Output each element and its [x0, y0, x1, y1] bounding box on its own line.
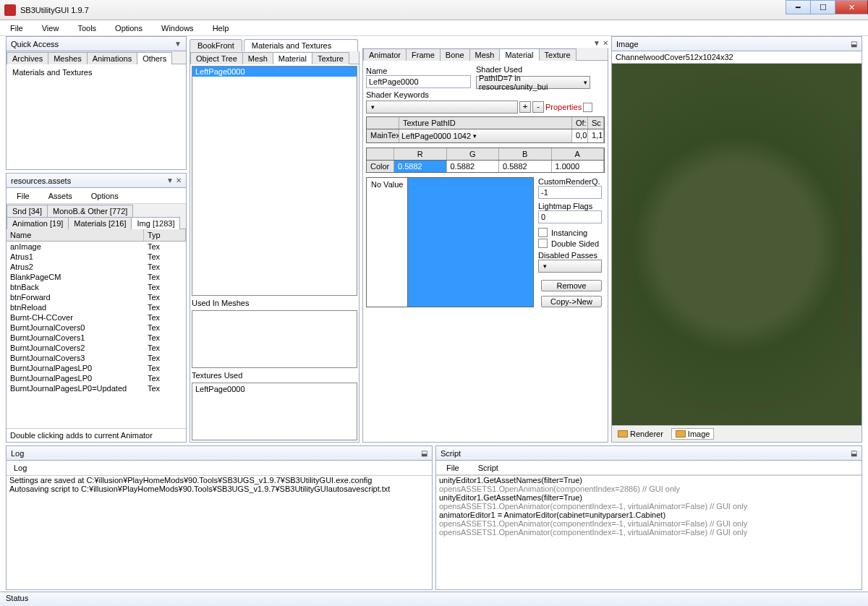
status-bar: Status — [0, 592, 868, 606]
tab-renderer[interactable]: Renderer — [614, 428, 667, 440]
minimize-button[interactable]: ━ — [786, 0, 810, 14]
properties-checkbox[interactable] — [583, 103, 592, 112]
novalue-bar[interactable] — [408, 178, 533, 307]
remove-keyword-button[interactable]: - — [532, 101, 544, 113]
quickaccess-title: Quick Access — [11, 40, 59, 48]
tab-animator[interactable]: Animator — [363, 48, 407, 61]
table-row[interactable]: Atrus1Tex — [7, 252, 186, 262]
script-line: unityEditor1.GetAssetNames(filter=True) — [436, 476, 861, 485]
menu-help[interactable]: Help — [210, 22, 232, 34]
close-icon[interactable]: ✕ — [176, 176, 182, 184]
usedin-meshes-box — [192, 310, 357, 368]
dropdown-icon[interactable]: ▼ — [593, 39, 600, 48]
tab-mat[interactable]: Materials [216] — [68, 217, 132, 229]
b-input[interactable]: 0.5882 — [499, 161, 552, 172]
res-menu-assets[interactable]: Assets — [46, 190, 75, 202]
table-row[interactable]: btnReloadTex — [7, 302, 186, 312]
script-menu-script[interactable]: Script — [475, 462, 501, 474]
table-row[interactable]: BurntJournalPagesLP0=UpdatedTex — [7, 383, 186, 393]
menu-tools[interactable]: Tools — [75, 22, 99, 34]
image-preview — [612, 64, 861, 425]
of-val[interactable]: 0,0 — [572, 129, 588, 142]
maximize-button[interactable]: ☐ — [810, 0, 835, 14]
tab-others[interactable]: Others — [137, 52, 172, 64]
close-button[interactable]: ✕ — [835, 0, 868, 14]
close-icon[interactable]: ✕ — [603, 39, 608, 48]
texused-item[interactable]: LeftPage0000 — [195, 385, 354, 393]
menu-windows[interactable]: Windows — [158, 22, 197, 34]
table-row[interactable]: BlankPageCMTex — [7, 272, 186, 282]
toptab-materials: Materials and Textures — [244, 39, 358, 51]
window-title: SB3UtilityGUI 1.9.7 — [20, 6, 786, 14]
tab-monob[interactable]: MonoB.& Other [772] — [47, 205, 133, 217]
tab-anim[interactable]: Animation [19] — [7, 217, 69, 229]
table-row[interactable]: Burnt-CH-CCoverTex — [7, 312, 186, 323]
tab-animations[interactable]: Animations — [87, 52, 137, 64]
sc-val[interactable]: 1,1 — [588, 129, 604, 142]
maintex-dropdown[interactable]: LeftPage0000 1042 — [399, 129, 571, 142]
pin-icon[interactable]: ⬓ — [421, 449, 427, 457]
add-keyword-button[interactable]: + — [519, 101, 531, 113]
log-tab[interactable]: Log — [7, 461, 432, 475]
copynew-button[interactable]: Copy->New — [541, 296, 602, 307]
lmf-input[interactable] — [538, 210, 602, 223]
table-row[interactable]: btnForwardTex — [7, 292, 186, 302]
name-input[interactable] — [366, 75, 471, 88]
tab-texture2[interactable]: Texture — [312, 52, 349, 64]
toptab-bookfront[interactable]: BookFront — [190, 39, 242, 51]
remove-button[interactable]: Remove — [541, 280, 602, 291]
tab-mesh3[interactable]: Mesh — [469, 48, 501, 61]
tab-texture3[interactable]: Texture — [539, 48, 576, 61]
menu-file[interactable]: File — [7, 22, 26, 34]
tab-objecttree[interactable]: Object Tree — [190, 52, 243, 64]
col-name[interactable]: Name — [7, 229, 144, 241]
dropdown-icon[interactable]: ▼ — [174, 40, 182, 48]
tab-archives[interactable]: Archives — [7, 52, 48, 64]
table-row[interactable]: anImageTex — [7, 242, 186, 252]
lmf-label: Lightmap Flags — [538, 202, 605, 210]
tab-material3[interactable]: Material — [499, 48, 539, 61]
script-panel-title: Script — [441, 449, 461, 458]
log-line: Settings are saved at C:¥illusion¥PlayHo… — [7, 476, 432, 485]
material-list-item[interactable]: LeftPage0000 — [192, 67, 357, 77]
tab-img[interactable]: Img [1283] — [131, 217, 180, 229]
script-line: opensASSETS1.OpenAnimator(componentIndex… — [436, 519, 861, 528]
table-row[interactable]: BurntJournalCovers1Tex — [7, 333, 186, 343]
tab-meshes[interactable]: Meshes — [48, 52, 88, 64]
r-input[interactable]: 0.5882 — [394, 161, 447, 172]
instancing-checkbox[interactable] — [538, 228, 548, 237]
a-input[interactable]: 1.0000 — [552, 161, 605, 172]
tab-mesh2[interactable]: Mesh — [242, 52, 273, 64]
shader-dropdown[interactable]: PathID=7 in resources/unity_bui — [476, 76, 590, 89]
qa-item[interactable]: Materials and Textures — [9, 67, 183, 77]
tab-image[interactable]: Image — [671, 428, 715, 440]
pin-icon[interactable]: ⬓ — [851, 40, 857, 48]
table-row[interactable]: btnBackTex — [7, 282, 186, 292]
table-row[interactable]: BurntJournalCovers2Tex — [7, 343, 186, 353]
novalue-label: No Value — [367, 178, 408, 307]
table-row[interactable]: BurntJournalPagesLP0Tex — [7, 363, 186, 373]
g-input[interactable]: 0.5882 — [447, 161, 500, 172]
tab-snd[interactable]: Snd [34] — [7, 205, 48, 217]
script-menu-file[interactable]: File — [443, 462, 462, 474]
res-menu-file[interactable]: File — [14, 190, 33, 202]
menu-options[interactable]: Options — [112, 22, 145, 34]
image-name: ChannelwoodCover — [616, 53, 686, 61]
table-row[interactable]: Atrus2Tex — [7, 262, 186, 272]
tab-bone[interactable]: Bone — [440, 48, 470, 61]
dropdown-icon[interactable]: ▼ — [166, 176, 174, 184]
table-row[interactable]: BurntJournalCovers0Tex — [7, 323, 186, 333]
tab-frame[interactable]: Frame — [406, 48, 441, 61]
tab-material2[interactable]: Material — [273, 52, 312, 64]
pin-icon[interactable]: ⬓ — [851, 449, 857, 457]
keywords-dropdown[interactable] — [366, 101, 518, 114]
dp-dropdown[interactable] — [538, 260, 602, 273]
col-type[interactable]: Typ — [144, 229, 186, 241]
name-label: Name — [366, 67, 475, 75]
table-row[interactable]: BurntJournalPagesLP0Tex — [7, 373, 186, 383]
doublesided-checkbox[interactable] — [538, 239, 548, 248]
menu-view[interactable]: View — [39, 22, 62, 34]
res-menu-options[interactable]: Options — [88, 190, 122, 202]
table-row[interactable]: BurntJournalCovers3Tex — [7, 353, 186, 363]
crq-input[interactable] — [538, 186, 602, 199]
